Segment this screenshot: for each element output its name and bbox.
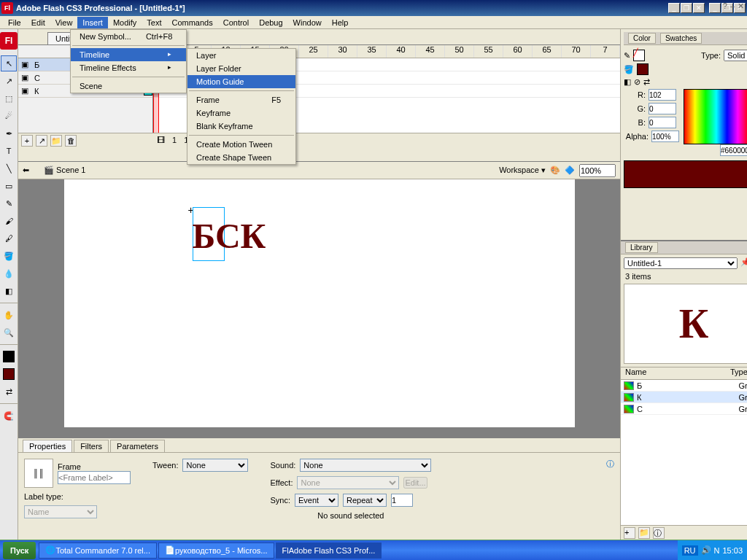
tray-icon[interactable]: 🔊 bbox=[701, 545, 711, 555]
menu-debug[interactable]: Debug bbox=[254, 17, 287, 28]
fill-type-select[interactable]: Solid bbox=[724, 50, 747, 61]
library-doc-select[interactable]: Untitled-1 bbox=[624, 257, 738, 269]
new-folder-button[interactable]: 📁 bbox=[50, 135, 62, 147]
sound-select[interactable]: None bbox=[300, 459, 431, 472]
eyedropper-tool[interactable]: 💧 bbox=[1, 265, 17, 281]
snap-tool[interactable]: 🧲 bbox=[1, 408, 17, 424]
effect-select[interactable]: None bbox=[297, 476, 399, 489]
menu-new-symbol[interactable]: New Symbol...Ctrl+F8 bbox=[71, 30, 186, 43]
sync-count-input[interactable] bbox=[391, 494, 413, 507]
tab-filters[interactable]: Filters bbox=[74, 440, 109, 452]
bw-icon[interactable]: ◧ bbox=[624, 77, 631, 87]
menu-window[interactable]: Window bbox=[288, 17, 327, 28]
sync-event-select[interactable]: Event bbox=[295, 494, 338, 507]
pencil-tool[interactable]: ✎ bbox=[1, 195, 17, 211]
taskbar-item[interactable]: 🌐 Total Commander 7.0 rel... bbox=[39, 542, 157, 559]
library-list-header[interactable]: NameType bbox=[621, 367, 747, 380]
stroke-swatch[interactable]: ╱ bbox=[633, 50, 645, 61]
submenu-create-motion-tween[interactable]: Create Motion Tween bbox=[187, 138, 295, 151]
tab-swatches[interactable]: Swatches bbox=[660, 33, 702, 44]
minimize-button[interactable]: _ bbox=[668, 3, 680, 13]
menu-insert[interactable]: Insert bbox=[77, 17, 108, 28]
fill-color-tool[interactable] bbox=[1, 366, 17, 382]
ink-bottle-tool[interactable]: 🖋 bbox=[1, 230, 17, 246]
stroke-icon[interactable]: ✎ bbox=[624, 51, 630, 61]
alpha-input[interactable] bbox=[651, 131, 679, 142]
line-tool[interactable]: ╲ bbox=[1, 160, 17, 176]
free-transform-tool[interactable]: ⬚ bbox=[1, 90, 17, 106]
tab-properties[interactable]: Properties bbox=[23, 440, 72, 452]
fill-icon[interactable]: 🪣 bbox=[624, 65, 634, 74]
properties-collapse-icon[interactable]: – bbox=[730, 1, 735, 11]
selection-tool[interactable]: ↖ bbox=[1, 55, 17, 71]
menu-text[interactable]: Text bbox=[142, 17, 166, 28]
properties-button[interactable]: ⓘ bbox=[653, 527, 665, 539]
tray-icon[interactable]: N bbox=[714, 546, 720, 555]
hex-input[interactable] bbox=[720, 144, 747, 156]
edit-scene-icon[interactable]: 🎨 bbox=[550, 166, 560, 175]
menu-edit[interactable]: Edit bbox=[26, 17, 50, 28]
submenu-blank-keyframe[interactable]: Blank Keyframe bbox=[187, 120, 295, 133]
workspace-dropdown[interactable]: Workspace ▾ bbox=[499, 166, 546, 175]
nocolor-icon[interactable]: ⊘ bbox=[634, 77, 640, 87]
brush-tool[interactable]: 🖌 bbox=[1, 213, 17, 229]
swap-colors-tool[interactable]: ⇄ bbox=[1, 384, 17, 400]
menu-timeline[interactable]: Timeline bbox=[71, 48, 186, 61]
pen-tool[interactable]: ✒ bbox=[1, 125, 17, 141]
new-folder-button[interactable]: 📁 bbox=[638, 527, 650, 539]
lasso-tool[interactable]: ☄ bbox=[1, 108, 17, 124]
start-button[interactable]: Пуск bbox=[3, 542, 36, 559]
restore-button[interactable]: ❐ bbox=[681, 3, 692, 13]
doc-minimize-button[interactable]: _ bbox=[709, 3, 721, 13]
edit-effect-button[interactable]: Edit... bbox=[403, 477, 427, 489]
lang-icon[interactable]: RU bbox=[682, 545, 698, 556]
menu-commands[interactable]: Commands bbox=[166, 17, 217, 28]
color-spectrum[interactable] bbox=[684, 89, 747, 144]
stage[interactable]: + БСК bbox=[64, 179, 575, 427]
library-item[interactable]: КGraphic bbox=[621, 392, 747, 403]
paint-bucket-tool[interactable]: 🪣 bbox=[1, 248, 17, 264]
properties-close-icon[interactable]: ✕ bbox=[738, 1, 744, 11]
submenu-motion-guide[interactable]: Motion Guide bbox=[187, 75, 295, 88]
new-layer-button[interactable]: + bbox=[21, 135, 33, 147]
system-tray[interactable]: RU 🔊 N 15:03 bbox=[678, 540, 747, 561]
submenu-frame[interactable]: FrameF5 bbox=[187, 93, 295, 106]
tab-color[interactable]: Color bbox=[628, 33, 656, 44]
taskbar-item[interactable]: Fl Adobe Flash CS3 Prof... bbox=[276, 542, 382, 559]
g-input[interactable] bbox=[649, 103, 676, 114]
clock[interactable]: 15:03 bbox=[722, 546, 743, 555]
menu-file[interactable]: File bbox=[3, 17, 26, 28]
swap-icon[interactable]: ⇄ bbox=[643, 77, 650, 87]
submenu-keyframe[interactable]: Keyframe bbox=[187, 106, 295, 120]
menu-scene[interactable]: Scene bbox=[71, 79, 186, 93]
new-guide-button[interactable]: ↗ bbox=[36, 135, 47, 147]
menu-timeline-effects[interactable]: Timeline Effects bbox=[71, 61, 186, 74]
b-input[interactable] bbox=[649, 117, 676, 128]
eraser-tool[interactable]: ◧ bbox=[1, 283, 17, 299]
stroke-color-tool[interactable] bbox=[1, 349, 17, 365]
submenu-layer[interactable]: Layer bbox=[187, 49, 295, 62]
back-icon[interactable]: ⬅ bbox=[23, 166, 29, 175]
menu-modify[interactable]: Modify bbox=[108, 17, 142, 28]
close-button[interactable]: ✕ bbox=[693, 3, 705, 13]
new-symbol-button[interactable]: + bbox=[624, 527, 635, 539]
help-icon[interactable]: ? bbox=[723, 1, 727, 11]
text-tool[interactable]: T bbox=[1, 143, 17, 159]
menu-view[interactable]: View bbox=[50, 17, 78, 28]
library-item[interactable]: СGraphic bbox=[621, 403, 747, 415]
menu-control[interactable]: Control bbox=[218, 17, 254, 28]
zoom-input[interactable] bbox=[579, 164, 616, 177]
tween-select[interactable]: None bbox=[182, 459, 248, 472]
hand-tool[interactable]: ✋ bbox=[1, 307, 17, 323]
submenu-layer-folder[interactable]: Layer Folder bbox=[187, 62, 295, 75]
delete-layer-button[interactable]: 🗑 bbox=[65, 135, 77, 147]
sync-repeat-select[interactable]: Repeat bbox=[343, 494, 387, 507]
menu-help[interactable]: Help bbox=[327, 17, 354, 28]
zoom-tool[interactable]: 🔍 bbox=[1, 324, 17, 341]
tab-library[interactable]: Library bbox=[625, 242, 658, 253]
frame-label-input[interactable] bbox=[58, 471, 131, 484]
r-input[interactable] bbox=[649, 89, 676, 101]
edit-symbols-icon[interactable]: 🔷 bbox=[565, 166, 575, 175]
tab-parameters[interactable]: Parameters bbox=[110, 440, 165, 452]
stage-text[interactable]: БСК bbox=[193, 216, 266, 256]
